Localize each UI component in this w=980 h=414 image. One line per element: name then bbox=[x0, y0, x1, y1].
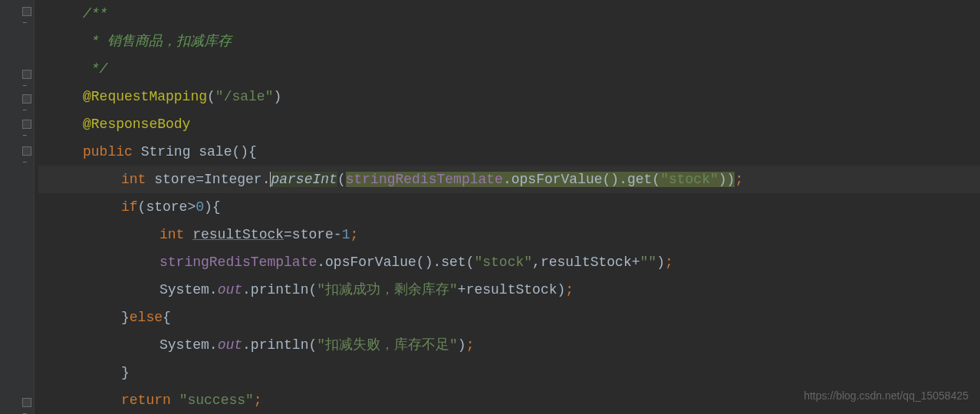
code-line: * 销售商品，扣减库存 bbox=[38, 28, 980, 55]
fold-icon[interactable] bbox=[21, 146, 32, 156]
assignment: =store- bbox=[284, 227, 342, 242]
type: String bbox=[141, 144, 199, 159]
code-line: public String sale(){ bbox=[38, 138, 980, 166]
keyword: return bbox=[121, 393, 179, 408]
fold-icon[interactable] bbox=[21, 94, 32, 104]
semicolon: ; bbox=[254, 393, 262, 408]
code-line: /** bbox=[38, 0, 980, 28]
semicolon: ; bbox=[665, 255, 673, 270]
field-ref: out bbox=[218, 337, 242, 353]
number: 0 bbox=[196, 199, 204, 215]
watermark-text: https://blog.csdn.net/qq_15058425 bbox=[804, 385, 968, 406]
keyword: int bbox=[159, 227, 192, 242]
code-line: int resultStock=store-1; bbox=[38, 221, 980, 248]
paren: ) bbox=[458, 337, 466, 353]
code-line: }else{ bbox=[38, 304, 980, 331]
text-cursor bbox=[270, 172, 271, 187]
code-line: System.out.println("扣减成功，剩余库存"+resultSto… bbox=[38, 276, 980, 304]
class-ref: System. bbox=[159, 282, 218, 297]
paren: ( bbox=[207, 89, 215, 104]
keyword: public bbox=[83, 144, 141, 159]
brace: } bbox=[121, 310, 130, 325]
args: ,resultStock+ bbox=[532, 255, 640, 270]
code-editor[interactable]: /** * 销售商品，扣减库存 */ @RequestMapping("/sal… bbox=[38, 0, 980, 414]
string-literal: "/sale" bbox=[215, 89, 274, 104]
editor-gutter bbox=[0, 0, 35, 414]
field-ref: stringRedisTemplate bbox=[159, 255, 317, 270]
paren: ) bbox=[273, 89, 281, 104]
fold-icon[interactable] bbox=[21, 6, 32, 17]
semicolon: ; bbox=[735, 172, 743, 187]
field-ref: stringRedisTemplate bbox=[346, 172, 503, 187]
braces: (){ bbox=[232, 144, 256, 159]
fold-icon[interactable] bbox=[21, 69, 32, 80]
method-chain: .opsForValue().set( bbox=[317, 255, 474, 270]
string-literal: "扣减失败，库存不足" bbox=[317, 337, 458, 353]
class-ref: System. bbox=[159, 337, 218, 353]
code-line: } bbox=[38, 359, 980, 386]
method-call: .println( bbox=[242, 337, 317, 353]
semicolon: ; bbox=[466, 337, 475, 353]
comment-text: /** bbox=[83, 6, 107, 21]
variable: resultStock bbox=[192, 227, 284, 242]
comment-text: */ bbox=[83, 61, 107, 77]
code-line-current: int store=Integer.parseInt(stringRedisTe… bbox=[38, 166, 980, 193]
code-line: @ResponseBody bbox=[38, 110, 980, 138]
paren: ) bbox=[656, 255, 665, 270]
condition: (store> bbox=[138, 199, 196, 215]
code-line: stringRedisTemplate.opsForValue().set("s… bbox=[38, 248, 980, 276]
method-call: .println( bbox=[242, 282, 317, 297]
semicolon: ; bbox=[350, 227, 358, 242]
variable: store=Integer. bbox=[154, 172, 270, 187]
paren: )) bbox=[719, 172, 735, 187]
number: 1 bbox=[342, 227, 350, 242]
string-literal: "stock" bbox=[474, 255, 532, 270]
method-call: parseInt bbox=[271, 172, 337, 187]
method-name: sale bbox=[199, 144, 232, 159]
keyword: else bbox=[130, 310, 163, 325]
semicolon: ; bbox=[565, 282, 574, 297]
fold-icon[interactable] bbox=[21, 119, 32, 130]
keyword: if bbox=[121, 199, 138, 215]
paren: ( bbox=[337, 172, 346, 187]
string-literal: "扣减成功，剩余库存" bbox=[317, 282, 458, 297]
method-chain: .opsForValue().get( bbox=[503, 172, 660, 187]
field-ref: out bbox=[218, 282, 242, 297]
string-literal: "stock" bbox=[660, 172, 719, 187]
keyword: int bbox=[121, 172, 154, 187]
string-literal: "success" bbox=[179, 393, 254, 408]
code-line: if(store>0){ bbox=[38, 193, 980, 221]
comment-text: * 销售商品，扣减库存 bbox=[83, 34, 232, 49]
fold-icon[interactable] bbox=[21, 397, 32, 408]
code-line: System.out.println("扣减失败，库存不足"); bbox=[38, 331, 980, 359]
string-literal: "" bbox=[640, 255, 657, 270]
brace: } bbox=[121, 365, 130, 380]
annotation: @RequestMapping bbox=[83, 89, 207, 104]
code-line: @RequestMapping("/sale") bbox=[38, 83, 980, 110]
brace: { bbox=[163, 310, 171, 325]
args: +resultStock) bbox=[458, 282, 565, 297]
annotation: @ResponseBody bbox=[83, 117, 190, 132]
code-line: */ bbox=[38, 55, 980, 83]
braces: ){ bbox=[204, 199, 221, 215]
